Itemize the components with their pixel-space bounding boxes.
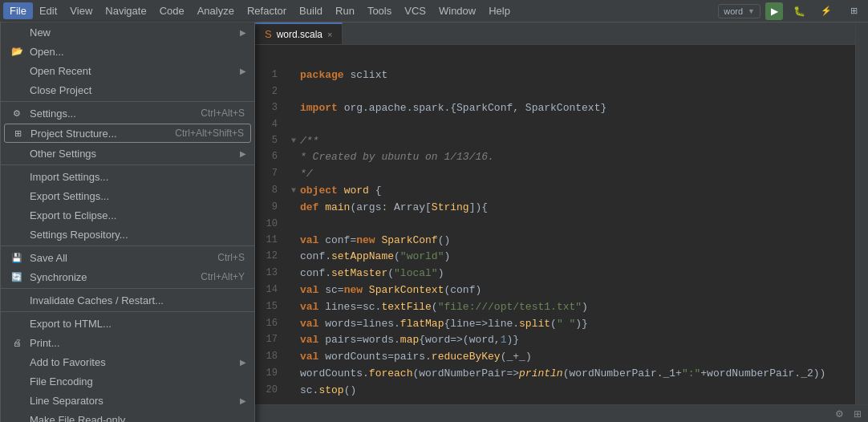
encoding-icon xyxy=(10,375,23,388)
coverage-button[interactable]: ⚡ xyxy=(815,0,838,22)
file-dropdown-menu: New 📂 Open... Open Recent Close Project … xyxy=(0,22,255,422)
dropdown-item-save-all[interactable]: 💾 Save All Ctrl+S xyxy=(1,248,254,267)
eclipse-icon xyxy=(10,209,23,221)
dropdown-item-open-recent[interactable]: Open Recent xyxy=(1,61,254,80)
status-gear-icon[interactable]: ⚙ xyxy=(835,408,844,420)
open-icon: 📂 xyxy=(10,45,23,58)
dropdown-item-project-structure[interactable]: ⊞ Project Structure... Ctrl+Alt+Shift+S xyxy=(4,124,251,143)
tab-word-scala[interactable]: S word.scala × xyxy=(255,22,343,44)
save-shortcut: Ctrl+S xyxy=(217,252,245,263)
settings-shortcut: Ctrl+Alt+S xyxy=(201,108,245,119)
code-line-blank xyxy=(255,51,868,67)
dropdown-item-settings-repository[interactable]: Settings Repository... xyxy=(1,225,254,244)
menu-refactor[interactable]: Refactor xyxy=(241,2,293,19)
debug-button[interactable]: 🐛 xyxy=(788,0,810,22)
separator-4 xyxy=(1,288,254,289)
code-line-13: 13 conf.setMaster("local") xyxy=(255,266,868,282)
project-structure-icon: ⊞ xyxy=(11,127,24,140)
separator-2 xyxy=(1,164,254,165)
dropdown-item-import-settings[interactable]: Import Settings... xyxy=(1,167,254,186)
new-icon xyxy=(10,26,23,39)
cache-icon xyxy=(10,294,23,306)
dropdown-item-file-encoding[interactable]: File Encoding xyxy=(1,371,254,391)
open-recent-icon xyxy=(10,64,23,77)
code-line-4: 4 xyxy=(255,117,868,133)
editor-area: S word.scala × 1 package sclixt 2 3 imp xyxy=(255,22,868,404)
code-line-12: 12 conf.setAppName("world") xyxy=(255,249,868,266)
settings-icon: ⚙ xyxy=(10,107,23,120)
dropdown-item-export-settings[interactable]: Export Settings... xyxy=(1,186,254,205)
code-line-5: 5 ▼ /** xyxy=(255,133,868,150)
menu-code[interactable]: Code xyxy=(153,2,191,19)
sync-shortcut: Ctrl+Alt+Y xyxy=(201,271,245,282)
import-icon xyxy=(10,170,23,183)
repository-icon xyxy=(10,228,23,241)
close-project-icon xyxy=(10,83,23,96)
dropdown-item-open[interactable]: 📂 Open... xyxy=(1,42,254,61)
run-config-dropdown-arrow: ▼ xyxy=(748,7,755,15)
right-gutter xyxy=(855,22,868,404)
code-line-14: 14 val sc=new SparkContext(conf) xyxy=(255,282,868,299)
save-icon: 💾 xyxy=(10,251,23,264)
tab-bar: S word.scala × xyxy=(255,22,868,45)
dropdown-item-export-eclipse[interactable]: Export to Eclipse... xyxy=(1,205,254,225)
menu-edit[interactable]: Edit xyxy=(33,2,63,19)
menu-navigate[interactable]: Navigate xyxy=(99,2,152,19)
export-icon xyxy=(10,189,23,202)
menu-help[interactable]: Help xyxy=(482,2,517,19)
dropdown-item-other-settings[interactable]: Other Settings xyxy=(1,144,254,163)
other-settings-icon xyxy=(10,147,23,160)
tab-filename: word.scala xyxy=(277,29,322,40)
print-icon: 🖨 xyxy=(10,336,23,349)
dropdown-item-synchronize[interactable]: 🔄 Synchronize Ctrl+Alt+Y xyxy=(1,267,254,286)
code-line-18: 18 val wordCounts=pairs.reduceByKey(_+_) xyxy=(255,349,868,366)
code-line-19: 19 wordCounts.foreach(wordNumberPair=>pr… xyxy=(255,366,868,383)
code-line-7: 7 */ xyxy=(255,166,868,183)
menu-vcs[interactable]: VCS xyxy=(398,2,432,19)
menu-window[interactable]: Window xyxy=(432,2,482,19)
code-editor[interactable]: 1 package sclixt 2 3 import org.apache.s… xyxy=(255,45,868,404)
code-line-2: 2 xyxy=(255,84,868,100)
dropdown-item-new[interactable]: New xyxy=(1,22,254,42)
code-line-9: 9 def main(args: Array[String]){ xyxy=(255,200,868,217)
dropdown-item-close-project[interactable]: Close Project xyxy=(1,80,254,99)
menu-view[interactable]: View xyxy=(63,2,99,19)
sync-icon: 🔄 xyxy=(10,270,23,283)
favorites-icon xyxy=(10,355,23,368)
separators-icon xyxy=(10,394,23,407)
dropdown-item-settings[interactable]: ⚙ Settings... Ctrl+Alt+S xyxy=(1,103,254,123)
code-line-10: 10 xyxy=(255,217,868,233)
code-line-3: 3 import org.apache.spark.{SparkConf, Sp… xyxy=(255,100,868,117)
menu-analyze[interactable]: Analyze xyxy=(191,2,241,19)
html-icon xyxy=(10,317,23,330)
menu-file[interactable]: File xyxy=(3,2,33,19)
code-line-20: 20 sc.stop() xyxy=(255,383,868,400)
run-config-label: word xyxy=(724,6,743,16)
code-line-11: 11 val conf=new SparkConf() xyxy=(255,233,868,250)
run-config-selector[interactable]: word ▼ xyxy=(718,4,761,18)
code-line-16: 16 val words=lines.flatMap{line=>line.sp… xyxy=(255,316,868,333)
dropdown-item-line-separators[interactable]: Line Separators xyxy=(1,391,254,410)
code-line-15: 15 val lines=sc.textFile("file:///opt/te… xyxy=(255,299,868,316)
profile-button[interactable]: ⊞ xyxy=(842,0,865,22)
run-button[interactable]: ▶ xyxy=(765,2,783,20)
separator-3 xyxy=(1,245,254,246)
dropdown-item-make-readonly[interactable]: Make File Read-only xyxy=(1,410,254,422)
separator-1 xyxy=(1,101,254,102)
code-line-1: 1 package sclixt xyxy=(255,67,868,84)
status-right-area: ⚙ ⊞ xyxy=(835,408,862,420)
menubar: File Edit View Navigate Code Analyze Ref… xyxy=(0,0,868,22)
tab-close-button[interactable]: × xyxy=(327,30,332,39)
dropdown-item-add-favorites[interactable]: Add to Favorites xyxy=(1,352,254,371)
menu-tools[interactable]: Tools xyxy=(361,2,398,19)
separator-5 xyxy=(1,311,254,312)
status-settings-icon[interactable]: ⊞ xyxy=(854,408,862,420)
code-line-6: 6 * Created by ubuntu on 1/13/16. xyxy=(255,149,868,166)
dropdown-item-invalidate-caches[interactable]: Invalidate Caches / Restart... xyxy=(1,290,254,310)
code-line-8: 8 ▼ object word { xyxy=(255,183,868,200)
menu-run[interactable]: Run xyxy=(329,2,361,19)
menu-build[interactable]: Build xyxy=(293,2,329,19)
code-line-17: 17 val pairs=words.map{word=>(word,1)} xyxy=(255,332,868,349)
dropdown-item-export-html[interactable]: Export to HTML... xyxy=(1,314,254,333)
dropdown-item-print[interactable]: 🖨 Print... xyxy=(1,333,254,352)
